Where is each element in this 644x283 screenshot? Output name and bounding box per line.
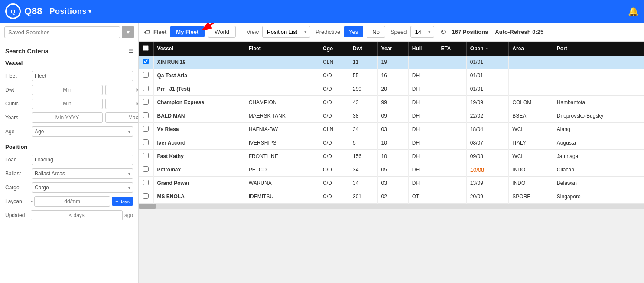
- cell-fleet: [245, 69, 319, 82]
- cell-fleet: CHAMPION: [245, 96, 319, 109]
- col-fleet: Fleet: [245, 42, 319, 56]
- view-select-wrapper: Position List ▾: [262, 26, 310, 38]
- cell-cgo: C/D: [319, 82, 349, 96]
- view-select[interactable]: Position List: [262, 26, 310, 38]
- dwt-min-input[interactable]: [32, 85, 103, 95]
- speed-select[interactable]: 14: [410, 26, 434, 38]
- cell-port: [553, 56, 644, 69]
- updated-field-row: Updated ago: [0, 208, 138, 222]
- col-cgo: Cgo: [319, 42, 349, 56]
- cell-eta: [437, 177, 466, 190]
- table-header-row: Vessel Fleet Cgo Dwt Year Hull ETA Open …: [139, 42, 644, 56]
- row-checkbox[interactable]: [143, 153, 149, 158]
- cell-eta: [437, 96, 466, 109]
- years-max-input[interactable]: [105, 112, 139, 123]
- cell-fleet: IDEMITSU: [245, 190, 319, 204]
- cell-hull: DH: [408, 163, 437, 177]
- select-all-checkbox[interactable]: [143, 45, 149, 51]
- row-checkbox[interactable]: [143, 166, 149, 172]
- table-row: Grand PowerWARUNAC/D3403DH13/09INDOBelaw…: [139, 177, 644, 190]
- laycan-plus-btn[interactable]: + days: [112, 197, 133, 206]
- ballast-select[interactable]: Ballast Areas: [32, 168, 133, 179]
- cell-fleet: [245, 56, 319, 69]
- saved-searches-dropdown-btn[interactable]: ▾: [122, 26, 134, 38]
- row-checkbox-cell[interactable]: [139, 56, 153, 69]
- col-checkbox[interactable]: [139, 42, 153, 56]
- laycan-date-input[interactable]: [34, 196, 110, 207]
- fleet-label: Fleet: [5, 73, 29, 79]
- cell-dwt: 34: [349, 163, 378, 177]
- cell-open: 01/01: [466, 69, 509, 82]
- cell-fleet: IVERSHIPS: [245, 136, 319, 150]
- updated-days-input[interactable]: [31, 210, 123, 220]
- row-checkbox-cell[interactable]: [139, 177, 153, 190]
- age-select[interactable]: Age: [32, 126, 133, 137]
- load-input[interactable]: [32, 155, 133, 165]
- laycan-label: Laycan: [5, 198, 29, 204]
- logo-text: Q88: [24, 6, 42, 17]
- predictive-yes-button[interactable]: Yes: [344, 26, 363, 37]
- cell-hull: DH: [408, 82, 437, 96]
- cell-area: [509, 56, 553, 69]
- row-checkbox-cell[interactable]: [139, 190, 153, 204]
- refresh-button[interactable]: ↻: [438, 26, 449, 37]
- col-open[interactable]: Open ↑: [466, 42, 509, 56]
- my-fleet-button[interactable]: My Fleet: [170, 26, 205, 37]
- row-checkbox-cell[interactable]: [139, 96, 153, 109]
- dwt-max-input[interactable]: [105, 85, 139, 95]
- age-field-row: Age Age ▾: [0, 125, 138, 138]
- row-checkbox[interactable]: [143, 139, 149, 145]
- cargo-select[interactable]: Cargo: [32, 182, 133, 193]
- cell-hull: DH: [408, 69, 437, 82]
- row-checkbox-cell[interactable]: [139, 69, 153, 82]
- row-checkbox[interactable]: [143, 180, 149, 185]
- cubic-min-input[interactable]: [32, 99, 103, 109]
- cell-port: Belawan: [553, 177, 644, 190]
- updated-label: Updated: [5, 212, 29, 218]
- row-checkbox-cell[interactable]: [139, 150, 153, 163]
- cubic-label: Cubic: [5, 101, 29, 107]
- ballast-select-wrapper: Ballast Areas ▾: [32, 168, 133, 179]
- saved-searches-input[interactable]: [4, 26, 120, 38]
- row-checkbox[interactable]: [143, 193, 149, 199]
- topbar: Q Q88 Positions ▾ 🔔: [0, 0, 644, 23]
- cell-fleet: FRONTLINE: [245, 150, 319, 163]
- cell-open: 20/09: [466, 190, 509, 204]
- row-checkbox-cell[interactable]: [139, 109, 153, 123]
- bell-icon[interactable]: 🔔: [628, 6, 639, 16]
- table-body: XIN RUN 19CLN111901/01Qa Test AriaC/D551…: [139, 56, 644, 204]
- col-port: Port: [553, 42, 644, 56]
- predictive-no-button[interactable]: No: [367, 26, 385, 38]
- fleet-input[interactable]: [32, 71, 133, 81]
- cell-fleet: MAERSK TANK: [245, 109, 319, 123]
- speed-select-wrapper: 14 ▾: [410, 26, 434, 38]
- row-checkbox[interactable]: [143, 112, 149, 118]
- fleet-field-row: Fleet: [0, 69, 138, 83]
- row-checkbox[interactable]: [143, 59, 149, 64]
- world-button[interactable]: World: [208, 26, 236, 38]
- row-checkbox-cell[interactable]: [139, 82, 153, 96]
- cell-dwt: 38: [349, 109, 378, 123]
- topbar-dropdown-icon[interactable]: ▾: [88, 8, 91, 15]
- row-checkbox-cell[interactable]: [139, 136, 153, 150]
- cubic-max-input[interactable]: [105, 99, 139, 109]
- cell-vessel: Qa Test Aria: [153, 69, 245, 82]
- row-checkbox-cell[interactable]: [139, 123, 153, 136]
- bottom-scrollbar[interactable]: [139, 204, 644, 209]
- cell-port: Dneprovsko-Bugsky: [553, 109, 644, 123]
- laycan-field-row: Laycan - + days: [0, 194, 138, 208]
- row-checkbox[interactable]: [143, 86, 149, 91]
- years-min-input[interactable]: [32, 112, 103, 123]
- fleet-label: Fleet: [153, 29, 166, 35]
- row-checkbox[interactable]: [143, 99, 149, 105]
- hamburger-icon[interactable]: ≡: [128, 46, 133, 56]
- cell-cgo: C/D: [319, 96, 349, 109]
- cell-year: 16: [377, 69, 408, 82]
- row-checkbox[interactable]: [143, 126, 149, 132]
- row-checkbox[interactable]: [143, 72, 149, 78]
- cell-open: 22/02: [466, 109, 509, 123]
- table-row: Qa Test AriaC/D5516DH01/01: [139, 69, 644, 82]
- col-hull: Hull: [408, 42, 437, 56]
- row-checkbox-cell[interactable]: [139, 163, 153, 177]
- cell-eta: [437, 163, 466, 177]
